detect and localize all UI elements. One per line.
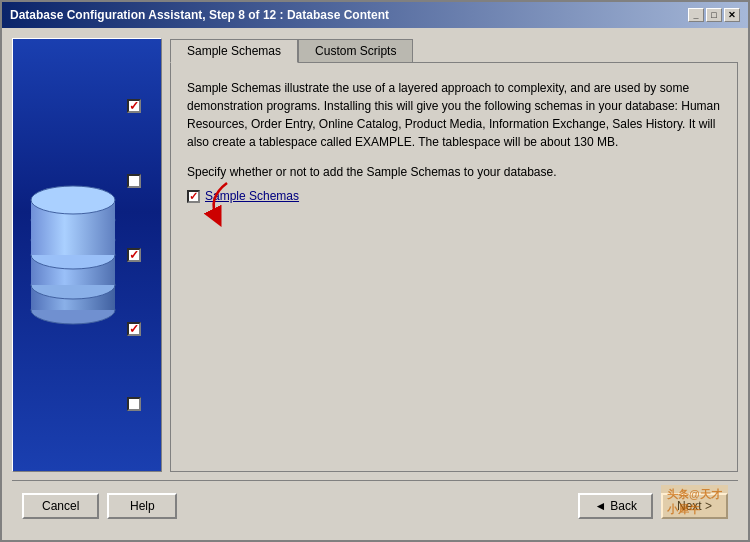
tab-content: Sample Schemas illustrate the use of a l… xyxy=(170,62,738,472)
sample-schemas-option: Sample Schemas xyxy=(187,189,721,203)
footer: Cancel Help ◄ Back Next > 头条@天才小犀牛 xyxy=(12,480,738,530)
window-title: Database Configuration Assistant, Step 8… xyxy=(10,8,389,22)
description-text: Sample Schemas illustrate the use of a l… xyxy=(187,79,721,151)
title-bar: Database Configuration Assistant, Step 8… xyxy=(2,2,748,28)
footer-right-buttons: ◄ Back Next > 头条@天才小犀牛 xyxy=(578,493,728,519)
left-panel xyxy=(12,38,162,472)
window-body: Sample Schemas Custom Scripts Sample Sch… xyxy=(2,28,748,540)
tabs: Sample Schemas Custom Scripts xyxy=(170,38,738,62)
help-button[interactable]: Help xyxy=(107,493,177,519)
close-button[interactable]: ✕ xyxy=(724,8,740,22)
left-checkbox-5[interactable] xyxy=(127,397,141,411)
main-window: Database Configuration Assistant, Step 8… xyxy=(0,0,750,542)
tab-custom-scripts[interactable]: Custom Scripts xyxy=(298,39,413,63)
maximize-button[interactable]: □ xyxy=(706,8,722,22)
watermark: 头条@天才小犀牛 xyxy=(661,485,728,519)
left-checkbox-2[interactable] xyxy=(127,174,141,188)
red-arrow xyxy=(197,178,257,228)
left-checkboxes xyxy=(127,39,141,471)
back-arrow-icon: ◄ xyxy=(594,499,606,513)
minimize-button[interactable]: _ xyxy=(688,8,704,22)
cancel-button[interactable]: Cancel xyxy=(22,493,99,519)
annotation-area xyxy=(187,213,721,253)
back-button[interactable]: ◄ Back xyxy=(578,493,653,519)
title-bar-buttons: _ □ ✕ xyxy=(688,8,740,22)
right-panel: Sample Schemas Custom Scripts Sample Sch… xyxy=(170,38,738,472)
footer-left-buttons: Cancel Help xyxy=(22,493,177,519)
left-checkbox-3[interactable] xyxy=(127,248,141,262)
specify-text: Specify whether or not to add the Sample… xyxy=(187,165,721,179)
main-area: Sample Schemas Custom Scripts Sample Sch… xyxy=(12,38,738,472)
left-checkbox-1[interactable] xyxy=(127,99,141,113)
database-image xyxy=(23,155,123,355)
svg-point-8 xyxy=(31,186,115,214)
tab-sample-schemas[interactable]: Sample Schemas xyxy=(170,39,298,63)
left-checkbox-4[interactable] xyxy=(127,322,141,336)
